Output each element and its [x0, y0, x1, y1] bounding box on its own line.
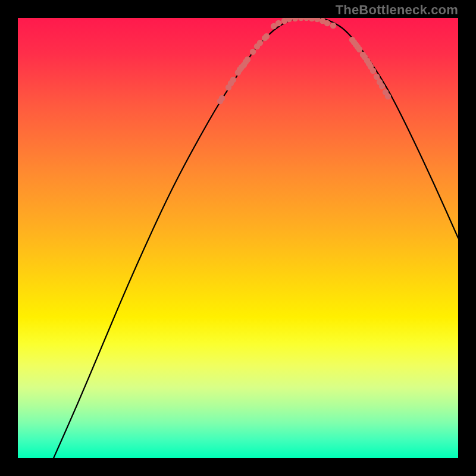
curve-line [54, 18, 458, 458]
svg-point-29 [379, 83, 385, 89]
svg-point-42 [324, 20, 330, 26]
svg-point-26 [370, 68, 376, 74]
svg-point-37 [298, 18, 304, 21]
svg-point-13 [257, 40, 263, 46]
svg-point-38 [303, 18, 309, 21]
svg-point-36 [292, 18, 298, 21]
svg-point-10 [245, 57, 250, 62]
attribution-text: TheBottleneck.com [336, 2, 458, 18]
svg-point-33 [275, 20, 281, 26]
chart-area [18, 18, 458, 458]
chart-svg [18, 18, 458, 458]
svg-point-31 [385, 93, 391, 99]
svg-point-11 [250, 49, 256, 55]
svg-point-20 [356, 46, 362, 52]
svg-point-43 [330, 23, 336, 29]
svg-point-1 [219, 95, 225, 101]
highlight-dots [217, 18, 391, 104]
svg-point-4 [230, 77, 236, 83]
svg-point-15 [264, 33, 270, 39]
svg-point-27 [374, 74, 380, 80]
svg-point-40 [314, 18, 320, 22]
svg-point-39 [309, 18, 315, 21]
